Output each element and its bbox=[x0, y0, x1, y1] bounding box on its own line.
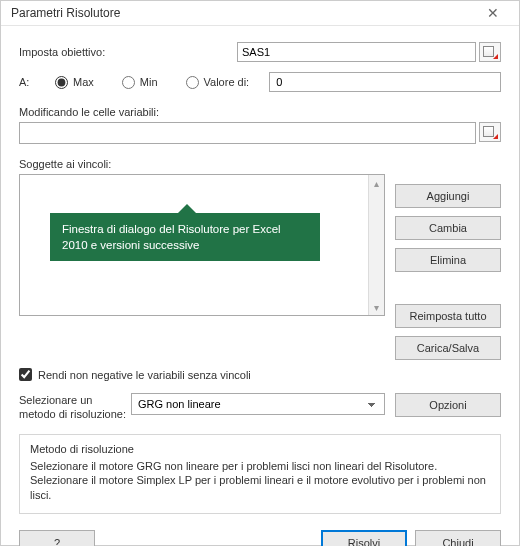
method-label: Selezionare un metodo di risoluzione: bbox=[19, 393, 131, 422]
method-select[interactable]: GRG non lineare bbox=[131, 393, 385, 415]
nonnegative-label: Rendi non negative le variabili senza vi… bbox=[38, 369, 251, 381]
radio-max-label: Max bbox=[73, 76, 94, 88]
solver-parameters-dialog: Parametri Risolutore ✕ Imposta obiettivo… bbox=[0, 0, 520, 546]
value-of-input[interactable] bbox=[269, 72, 501, 92]
close-button[interactable]: Chiudi bbox=[415, 530, 501, 546]
radio-value-of[interactable]: Valore di: bbox=[186, 76, 250, 89]
add-button[interactable]: Aggiungi bbox=[395, 184, 501, 208]
range-picker-icon bbox=[483, 46, 497, 58]
method-row: Selezionare un metodo di risoluzione: GR… bbox=[19, 393, 501, 422]
spacer bbox=[395, 158, 501, 176]
nonnegative-checkbox-row[interactable]: Rendi non negative le variabili senza vi… bbox=[19, 368, 501, 381]
help-button[interactable]: ? bbox=[19, 530, 95, 546]
callout-text: Finestra di dialogo del Risolutore per E… bbox=[62, 223, 281, 251]
constraints-section: Soggette ai vincoli: ▴ ▾ Finestra di dia… bbox=[19, 158, 501, 360]
titlebar: Parametri Risolutore ✕ bbox=[1, 1, 519, 26]
to-row: A: Max Min Valore di: bbox=[19, 72, 501, 92]
variables-range-picker-button[interactable] bbox=[479, 122, 501, 142]
method-group-title: Metodo di risoluzione bbox=[30, 443, 490, 455]
load-save-button[interactable]: Carica/Salva bbox=[395, 336, 501, 360]
delete-button[interactable]: Elimina bbox=[395, 248, 501, 272]
scroll-up-icon[interactable]: ▴ bbox=[374, 175, 379, 191]
method-group-body: Selezionare il motore GRG non lineare pe… bbox=[30, 459, 490, 504]
variables-row bbox=[19, 122, 501, 144]
dialog-body: Imposta obiettivo: A: Max Min Valore di:… bbox=[1, 26, 519, 546]
radio-max-input[interactable] bbox=[55, 76, 68, 89]
spacer bbox=[95, 530, 313, 546]
footer: ? Risolvi Chiudi bbox=[19, 530, 501, 546]
scrollbar[interactable]: ▴ ▾ bbox=[368, 175, 384, 315]
radio-value-of-label: Valore di: bbox=[204, 76, 250, 88]
change-button[interactable]: Cambia bbox=[395, 216, 501, 240]
radio-min[interactable]: Min bbox=[122, 76, 158, 89]
method-groupbox: Metodo di risoluzione Selezionare il mot… bbox=[19, 434, 501, 515]
to-label: A: bbox=[19, 76, 55, 88]
range-picker-icon bbox=[483, 126, 497, 138]
options-button[interactable]: Opzioni bbox=[395, 393, 501, 417]
radio-max[interactable]: Max bbox=[55, 76, 94, 89]
constraints-listbox[interactable]: ▴ ▾ Finestra di dialogo del Risolutore p… bbox=[19, 174, 385, 316]
dialog-title: Parametri Risolutore bbox=[11, 6, 120, 20]
nonnegative-checkbox[interactable] bbox=[19, 368, 32, 381]
objective-row: Imposta obiettivo: bbox=[19, 42, 501, 62]
variables-label: Modificando le celle variabili: bbox=[19, 106, 501, 118]
objective-range-picker-button[interactable] bbox=[479, 42, 501, 62]
solve-button[interactable]: Risolvi bbox=[321, 530, 407, 546]
spacer bbox=[395, 280, 501, 296]
radio-min-input[interactable] bbox=[122, 76, 135, 89]
reset-all-button[interactable]: Reimposta tutto bbox=[395, 304, 501, 328]
constraints-label: Soggette ai vincoli: bbox=[19, 158, 385, 170]
variables-input[interactable] bbox=[19, 122, 476, 144]
constraints-buttons: Aggiungi Cambia Elimina Reimposta tutto … bbox=[395, 158, 501, 360]
radio-value-of-input[interactable] bbox=[186, 76, 199, 89]
callout-tooltip: Finestra di dialogo del Risolutore per E… bbox=[50, 213, 320, 261]
constraints-left: Soggette ai vincoli: ▴ ▾ Finestra di dia… bbox=[19, 158, 385, 360]
objective-input[interactable] bbox=[237, 42, 476, 62]
objective-label: Imposta obiettivo: bbox=[19, 46, 237, 58]
scroll-down-icon[interactable]: ▾ bbox=[374, 299, 379, 315]
close-icon[interactable]: ✕ bbox=[473, 1, 513, 25]
radio-min-label: Min bbox=[140, 76, 158, 88]
